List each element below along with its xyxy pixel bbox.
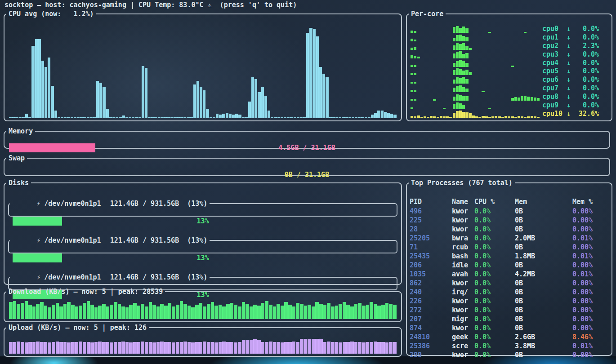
bar [83,117,86,118]
bar [44,306,48,319]
bar [191,307,195,319]
bar [269,342,272,354]
bar [103,87,105,118]
process-mem: 0B [515,225,572,234]
bar [125,342,129,354]
process-mem-percent: 0.01% [572,234,612,243]
process-pid: 299 [410,351,452,360]
bar [265,301,268,319]
process-cpu-percent: 0.0% [474,306,515,315]
bar [129,305,133,319]
process-mem: 1.8MB [515,252,572,261]
bar [453,113,455,118]
bar [63,342,67,354]
bar [462,27,465,33]
bar [358,303,362,319]
bar [12,117,15,118]
bar [41,61,44,118]
bar [230,303,234,319]
core-value: 32.6% [576,110,599,118]
bar [114,342,117,354]
table-row: 1035 avah 0.0% 4.2MB 0.01% [410,270,609,279]
bar [456,102,459,109]
bar [459,78,462,84]
bar [271,117,273,118]
bar [195,305,199,319]
process-mem-percent: 0.01% [572,252,612,261]
download-title: Download (KB/s) — now: 5 | peak: 28539 [6,288,165,296]
bar [172,306,175,319]
bar [374,113,377,118]
bar [361,117,364,118]
bar [339,304,342,319]
bar [465,70,468,75]
process-pid: 25435 [410,252,452,261]
bar [229,114,232,118]
process-pid: 272 [410,306,452,315]
core-value: 0.0% [576,101,599,109]
bar [346,342,350,354]
bar [180,117,183,118]
bar [226,342,230,354]
bar [456,68,459,75]
bar [377,306,381,319]
bar [148,117,151,118]
process-name: kwor [452,216,474,225]
bar [106,342,110,354]
bar [335,117,338,118]
bar [80,117,83,118]
bar [35,39,38,118]
bar [456,61,459,67]
bar [390,114,393,118]
process-pid: 71 [410,243,452,252]
swap-panel: Swap 0B / 31.1GB [4,154,610,176]
process-pid: 25205 [410,234,452,243]
bar [475,116,478,118]
bar [326,77,328,118]
bar [74,117,76,118]
bar [102,342,106,354]
title-text: socktop — host: cachyos-gaming | CPU Tem… [4,1,208,9]
bar [304,306,308,319]
core-sparkline [411,25,540,33]
bar [462,71,465,75]
upload-chart [9,337,397,354]
disk-device: /dev/nvme0n1p1 [44,200,101,208]
bar [67,117,70,118]
bar [385,303,389,319]
process-mem: 0B [515,216,572,225]
bar [312,306,315,319]
bar [469,72,472,75]
down-arrow-icon: ↓ [567,59,573,67]
bar [48,58,50,118]
down-arrow-icon: ↓ [567,84,573,92]
bar [112,117,115,118]
bar [365,117,367,118]
bar [453,80,455,84]
bar [319,304,323,319]
bar [15,117,18,118]
core-row: cpu4 ↓ 0.0% [411,58,599,67]
disk-legend: ⚡/dev/nvme0n1p1121.4GB / 931.5GB (13%) [10,191,210,216]
down-arrow-icon: ↓ [567,25,573,33]
bar [207,304,210,319]
bar [430,116,433,118]
memory-gauge: 4.5GB / 31.1GB [9,143,605,152]
bar [28,305,32,319]
bar [214,306,218,319]
process-mem: 3.8MB [515,342,572,351]
bar [453,104,455,109]
bar [109,117,112,118]
down-arrow-icon: ↓ [567,42,573,50]
core-sparkline [411,50,540,58]
process-mem: 0B [515,243,572,252]
bar [258,92,260,118]
terminal-screen[interactable]: socktop — host: cachyos-gaming | CPU Tem… [0,0,616,356]
process-cpu-percent: 0.0% [474,297,515,306]
bar [48,307,51,319]
bar [374,304,377,319]
bar [36,304,40,319]
disk-percent-label: 13% [13,253,393,262]
per-core-title: Per-core [409,10,446,18]
bar [154,117,157,118]
